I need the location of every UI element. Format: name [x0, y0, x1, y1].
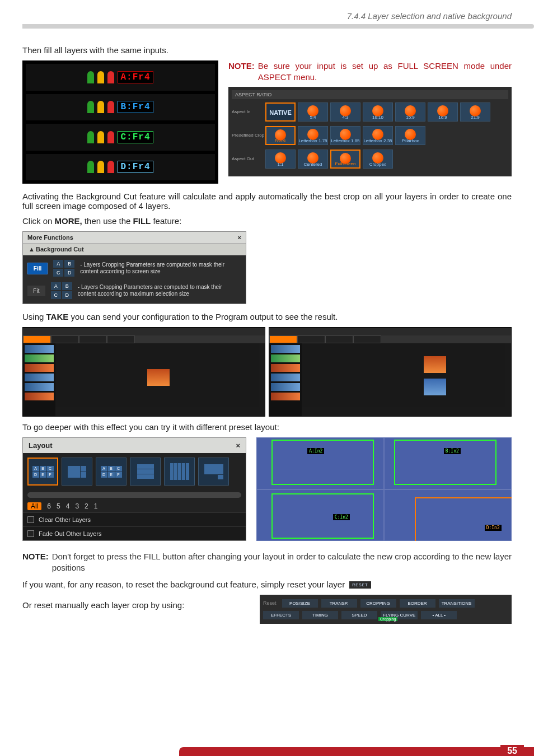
reset2-paragraph: Or reset manually each layer crop by usi… [22, 600, 184, 610]
close-icon[interactable]: × [236, 441, 240, 450]
fit-desc: - Layers Cropping Parameters are compute… [78, 284, 241, 297]
chip-out-11[interactable]: 1:1 [265, 150, 296, 169]
checkbox-icon[interactable] [27, 530, 34, 537]
layer-tag-a: A:Fr4 [118, 71, 153, 83]
aspect-in-chips: NATIVE 5:4 4:3 16:10 15:9 16:9 21:9 [265, 102, 490, 122]
fit-grid-icon: ABCD [51, 282, 72, 299]
chip-out-centered[interactable]: Centered [298, 150, 328, 169]
program-screenshot-right [269, 327, 512, 417]
chip-16-9[interactable]: 16:9 [428, 102, 458, 122]
num-all[interactable]: All [27, 502, 41, 510]
chip-21-9[interactable]: 21:9 [460, 102, 490, 122]
chip-5-4[interactable]: 5:4 [298, 102, 328, 122]
layer-row-d: D:Fr4 [26, 154, 215, 181]
btn-cropping[interactable]: CROPPING [360, 599, 396, 608]
fit-button[interactable]: Fit [27, 286, 45, 296]
chip-4-3[interactable]: 4:3 [330, 102, 360, 122]
layout-title: Layout [29, 441, 53, 450]
preview-tag-a: A:In2 [307, 448, 324, 454]
layout-scrollbar[interactable] [27, 492, 241, 498]
btn-border[interactable]: BORDER [400, 599, 435, 608]
btn-possize[interactable]: POS/SIZE [282, 599, 318, 608]
num-6[interactable]: 6 [47, 502, 51, 510]
btn-effects[interactable]: EFFECTS [263, 611, 299, 619]
btn-all[interactable]: • ALL • [421, 611, 457, 619]
chip-native[interactable]: NATIVE [265, 102, 296, 122]
chip-crop-pillar[interactable]: Pillarbox [395, 126, 425, 145]
preview-tag-c: C:In2 [333, 514, 350, 520]
fill-grid-icon: ABCD [53, 260, 74, 277]
program-screenshot-left [22, 327, 265, 417]
deeper-paragraph: To go deeper with this effect you can tr… [22, 422, 512, 432]
chip-out-cropped[interactable]: Cropped [363, 150, 393, 169]
num-5[interactable]: 5 [57, 502, 60, 510]
num-1[interactable]: 1 [94, 502, 98, 510]
checkbox-icon[interactable] [27, 516, 34, 523]
note2-label: NOTE: [22, 551, 49, 574]
section-header: 7.4.4 Layer selection and native backgro… [0, 0, 534, 24]
bgcut-paragraph: Activating the Background Cut feature wi… [22, 192, 512, 211]
preview-tag-d: D:In2 [485, 525, 502, 531]
page-number: 55 [500, 745, 524, 756]
aspect-ratio-panel: ASPECT RATIO Aspect In NATIVE 5:4 4:3 16… [228, 87, 512, 176]
close-icon[interactable]: × [238, 234, 241, 241]
layout-options-row: ABCDEF ABCDEF [23, 453, 246, 490]
btn-transitions[interactable]: TRANSITIONS [439, 599, 475, 608]
mf-title-text: More Functions [27, 234, 73, 241]
layout-opt-6[interactable] [198, 458, 229, 486]
mf-section-label: Background Cut [36, 246, 84, 253]
aspect-out-label: Aspect Out [232, 156, 265, 161]
chip-15-9[interactable]: 15:9 [395, 102, 425, 122]
layer-row-b: B:Fr4 [26, 94, 215, 121]
layout-dialog: Layout × ABCDEF ABCDEF All [22, 437, 246, 541]
fade-out-other-layers-option[interactable]: Fade Out Other Layers [23, 526, 246, 540]
layout-opt-5[interactable] [164, 458, 195, 486]
layer-row-c: C:Fr4 [26, 124, 215, 151]
preview-tag-b: B:In2 [444, 448, 461, 454]
chip-crop-178[interactable]: Letterbox 1.78 [298, 126, 328, 145]
layout-opt-2[interactable] [62, 458, 92, 486]
reset-inline-button[interactable]: RESET [349, 581, 371, 589]
header-rule [22, 24, 534, 29]
btn-timing[interactable]: TIMING [302, 611, 338, 619]
chip-crop-none[interactable]: None [265, 126, 296, 145]
num-2[interactable]: 2 [85, 502, 88, 510]
more-functions-dialog: More Functions × ▲ Background Cut Fill A… [22, 231, 246, 304]
take-paragraph: Using TAKE you can send your configurati… [22, 312, 512, 321]
reset-paragraph: If you want, for any reason, to reset th… [22, 580, 512, 589]
layer-tag-b: B:Fr4 [118, 101, 153, 113]
btn-transp[interactable]: TRANSP. [321, 599, 357, 608]
cropping-badge: Cropping [378, 617, 397, 621]
chip-16-10[interactable]: 16:10 [363, 102, 393, 122]
layer-row-a: A:Fr4 [26, 64, 215, 91]
note2-text: Don't forget to press the FILL button af… [52, 551, 512, 574]
fill-button[interactable]: Fill [27, 263, 48, 274]
footer: 55 [0, 747, 534, 756]
chip-crop-185[interactable]: Letterbox 1.85 [330, 126, 360, 145]
aspect-in-label: Aspect In [232, 109, 265, 114]
fill-desc: - Layers Cropping Parameters are compute… [80, 262, 241, 275]
more-fill-paragraph: Click on MORE, then use the FILL feature… [22, 216, 512, 226]
layer-tag-c: C:Fr4 [118, 131, 153, 143]
layer-tag-d: D:Fr4 [118, 161, 153, 173]
crop-chips: None Letterbox 1.78 Letterbox 1.85 Lette… [265, 126, 425, 145]
layer-list-screenshot: A:Fr4 B:Fr4 C:Fr4 D:Fr4 [22, 60, 218, 184]
layer-count-row: All 6 5 4 3 2 1 [23, 500, 246, 512]
layout-opt-1[interactable]: ABCDEF [27, 458, 58, 486]
layout-opt-4[interactable] [130, 458, 161, 486]
clear-other-layers-option[interactable]: Clear Other Layers [23, 512, 246, 526]
reset-label: Reset [263, 600, 277, 606]
aspect-title: ASPECT RATIO [232, 90, 508, 99]
out-chips: 1:1 Centered Fullscreen Cropped [265, 150, 393, 169]
chip-crop-235[interactable]: Letterbox 2.35 [363, 126, 393, 145]
btn-speed[interactable]: SPEED [341, 611, 377, 619]
num-4[interactable]: 4 [66, 502, 70, 510]
layout-opt-3[interactable]: ABCDEF [96, 458, 127, 486]
note1-text: Be sure your input is set up as FULL SCR… [258, 60, 512, 83]
reset-panel: Reset POS/SIZE TRANSP. CROPPING BORDER T… [260, 595, 512, 624]
chip-out-fullscreen[interactable]: Fullscreen [330, 150, 360, 169]
btn-flying-curve[interactable]: FLYING CURVECropping [381, 611, 418, 619]
num-3[interactable]: 3 [75, 502, 79, 510]
layout-preview: A:In2 B:In2 C:In2 D:In2 [256, 437, 512, 541]
collapse-arrow-icon[interactable]: ▲ [29, 246, 34, 253]
